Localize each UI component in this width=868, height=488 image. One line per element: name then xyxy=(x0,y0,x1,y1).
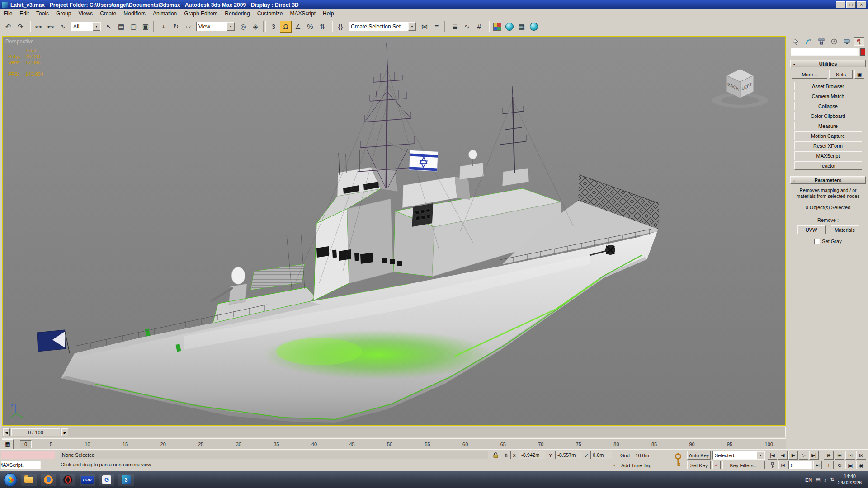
menu-item[interactable]: Customize xyxy=(254,9,287,18)
absolute-offset-toggle[interactable]: ⇅ xyxy=(502,451,511,459)
rendered-frame-icon[interactable]: ▦ xyxy=(516,21,528,33)
arc-rotate-button[interactable]: ↻ xyxy=(835,461,844,469)
redo-icon[interactable]: ↷ xyxy=(14,21,26,33)
taskbar-clock[interactable]: 14:40 24/02/2026 xyxy=(838,474,864,485)
viewport-perspective[interactable]: Perspective Total Polys:20,433 Verts:12,… xyxy=(2,36,786,426)
modify-tab-icon[interactable] xyxy=(803,37,814,46)
toolbar-icon[interactable] xyxy=(28,21,31,32)
menu-item[interactable]: Modifiers xyxy=(120,9,149,18)
key-filters-button[interactable]: Key Filters... xyxy=(722,461,765,469)
unlink-selection-icon[interactable]: ⊷ xyxy=(45,21,57,33)
next-key-button[interactable]: ▶| xyxy=(813,461,822,469)
menu-item[interactable]: Group xyxy=(52,9,75,18)
keyboard-override-icon[interactable]: 3 xyxy=(268,21,279,33)
hierarchy-tab-icon[interactable] xyxy=(816,37,826,46)
selection-filter-dropdown[interactable]: All ▼ xyxy=(71,22,101,31)
play-animation-button[interactable]: ▶ xyxy=(788,451,798,460)
create-tab-icon[interactable] xyxy=(791,37,801,46)
go-to-end-button[interactable]: ▶| xyxy=(809,451,819,460)
keyboard-tray-icon[interactable]: ▤ xyxy=(816,477,820,483)
named-selection-set-dropdown[interactable]: Create Selection Set ▼ xyxy=(349,22,416,31)
select-by-name-icon[interactable]: ▤ xyxy=(115,21,127,33)
window-crossing-icon[interactable]: ▣ xyxy=(140,21,151,33)
next-frame-button[interactable]: ▷ xyxy=(799,451,808,460)
zoom-region-button[interactable]: ⊠ xyxy=(856,451,866,460)
mirror-icon[interactable]: ⋈ xyxy=(419,21,430,33)
utility-button[interactable]: Color Clipboard xyxy=(794,112,862,120)
configure-button-sets-icon[interactable]: ▣ xyxy=(854,70,864,79)
zoom-all-button[interactable]: ⊞ xyxy=(835,451,844,460)
minimize-button[interactable]: — xyxy=(836,1,845,8)
utilities-tab-icon[interactable] xyxy=(854,37,864,46)
edit-named-sets-icon[interactable]: {} xyxy=(335,21,346,33)
menu-item[interactable]: File xyxy=(0,9,16,18)
schematic-view-icon[interactable]: # xyxy=(473,21,485,33)
x-coordinate-field[interactable]: -8.942m xyxy=(519,451,545,459)
key-mode-toggle-button[interactable] xyxy=(768,461,777,469)
network-tray-icon[interactable]: ⇅ xyxy=(830,477,834,483)
start-button[interactable] xyxy=(4,473,17,487)
set-key-button[interactable]: Set Key xyxy=(687,461,711,469)
previous-frame-button[interactable]: ◀ xyxy=(778,451,788,460)
3dsmax-taskbar-icon[interactable]: 3 xyxy=(118,474,134,486)
toolbar-icon[interactable] xyxy=(487,21,490,32)
undo-icon[interactable]: ↶ xyxy=(2,21,14,33)
layer-manager-icon[interactable]: ≣ xyxy=(449,21,461,33)
time-slider-handle[interactable]: 0 / 100 xyxy=(11,428,60,436)
menu-item[interactable]: Views xyxy=(75,9,96,18)
menu-item[interactable]: Tools xyxy=(33,9,52,18)
trackbar-frame-indicator[interactable]: 0 xyxy=(20,440,32,448)
utility-button[interactable]: Asset Browser xyxy=(794,82,862,90)
percent-snap-icon[interactable]: % xyxy=(304,21,316,33)
pan-view-button[interactable]: + xyxy=(824,461,834,469)
utilities-rollout-header[interactable]: - Utilities xyxy=(790,60,866,67)
key-mode-dropdown[interactable]: Selected ▼ xyxy=(712,451,765,460)
time-slider[interactable]: ◀ 0 / 100 ▶ xyxy=(2,427,786,437)
select-link-icon[interactable]: ⊶ xyxy=(33,21,44,33)
sets-button[interactable]: Sets xyxy=(829,70,853,79)
close-button[interactable]: × xyxy=(857,1,866,8)
z-coordinate-field[interactable]: 0.0m xyxy=(590,451,612,459)
select-rotate-icon[interactable]: ↻ xyxy=(170,21,182,33)
parameters-rollout-header[interactable]: - Parameters xyxy=(790,176,866,184)
zoom-extents-button[interactable]: ⊡ xyxy=(845,451,855,460)
curve-editor-icon[interactable]: ∿ xyxy=(461,21,473,33)
spinner-snap-icon[interactable]: ⇅ xyxy=(316,21,328,33)
menu-item[interactable]: Help xyxy=(319,9,338,18)
current-frame-field[interactable]: 0 xyxy=(788,461,812,469)
previous-frame-arrow[interactable]: ◀ xyxy=(3,428,10,436)
toolbar-icon[interactable] xyxy=(330,21,333,32)
field-of-view-button[interactable]: ◉ xyxy=(856,461,866,469)
rectangular-region-icon[interactable]: ▢ xyxy=(127,21,139,33)
track-bar[interactable]: ▦ 0 510152025303540455055606570758085909… xyxy=(2,438,786,449)
quick-render-icon[interactable] xyxy=(528,21,540,33)
toolbar-icon[interactable] xyxy=(444,21,447,32)
selection-lock-toggle[interactable] xyxy=(491,451,500,459)
toolbar-icon[interactable] xyxy=(153,21,156,32)
key-filters-check-button[interactable]: ✓ xyxy=(712,461,721,469)
select-scale-icon[interactable]: ▱ xyxy=(182,21,194,33)
render-setup-icon[interactable] xyxy=(504,21,515,33)
previous-key-button[interactable]: |◀ xyxy=(778,461,787,469)
menu-item[interactable]: Graph Editors xyxy=(180,9,221,18)
material-editor-icon[interactable] xyxy=(491,21,503,33)
viewcube[interactable]: BACK LEFT xyxy=(706,59,774,111)
menu-item[interactable]: Edit xyxy=(16,9,33,18)
use-pivot-center-icon[interactable]: ◎ xyxy=(237,21,249,33)
remove-uvw-button[interactable]: UVW xyxy=(797,225,826,234)
utility-button[interactable]: Collapse xyxy=(794,102,862,110)
viewport-label[interactable]: Perspective xyxy=(5,38,34,45)
firefox-taskbar-icon[interactable] xyxy=(41,474,56,486)
auto-key-button[interactable]: Auto Key xyxy=(687,451,711,460)
title-bar[interactable]: Lahit_v3.max - Project Folder: C:\Users\… xyxy=(0,0,868,9)
volume-tray-icon[interactable]: ♪ xyxy=(824,477,827,483)
menu-item[interactable]: Create xyxy=(96,9,120,18)
select-object-icon[interactable]: ↖ xyxy=(103,21,115,33)
go-to-start-button[interactable]: |◀ xyxy=(768,451,777,460)
lod-taskbar-icon[interactable]: LOD xyxy=(80,474,95,486)
angle-snap-icon[interactable]: ∠ xyxy=(292,21,304,33)
toolbar-icon[interactable] xyxy=(263,21,266,32)
remove-materials-button[interactable]: Materials xyxy=(831,225,859,234)
set-keys-button[interactable] xyxy=(671,451,685,469)
display-tab-icon[interactable] xyxy=(841,37,852,46)
